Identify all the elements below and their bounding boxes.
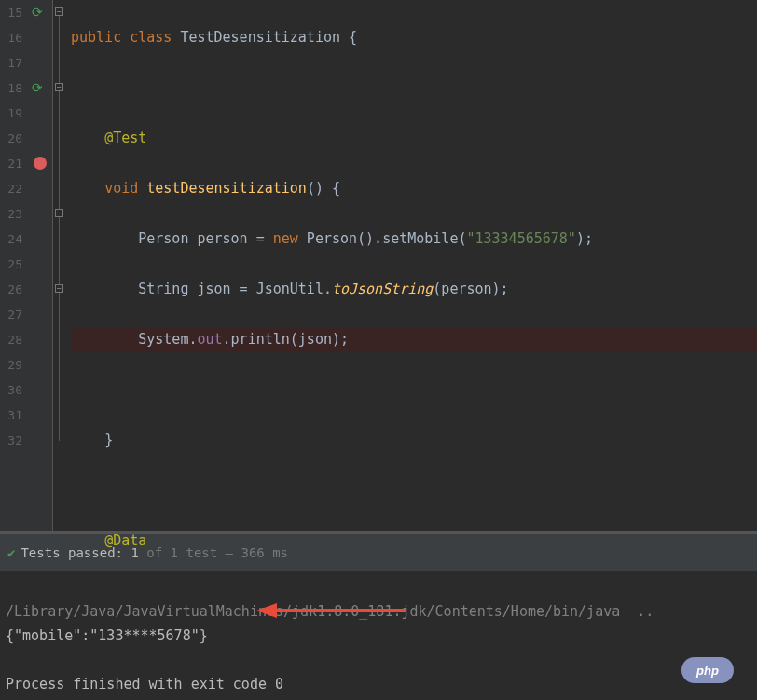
fold-toggle-icon[interactable]: − (55, 284, 63, 293)
exit-line: Process finished with exit code 0 (6, 676, 283, 693)
fold-toggle-icon[interactable]: − (55, 83, 63, 91)
stdout-line: {"mobile":"133****5678"} (6, 627, 208, 644)
breakpoint-icon[interactable] (34, 157, 47, 170)
gutter-icons: ⟳ ⟳ (28, 0, 52, 531)
fold-column: − − − − (52, 0, 65, 531)
line-number-gutter: 15 16 17 18 19 20 21 22 23 24 25 26 27 2… (0, 0, 28, 531)
run-test-method-icon[interactable]: ⟳ (32, 80, 43, 95)
svg-marker-1 (256, 603, 277, 618)
code-content[interactable]: public class TestDesensitization { @Test… (65, 0, 757, 531)
console-output[interactable]: /Library/Java/JavaVirtualMachines/jdk1.8… (0, 571, 757, 700)
check-icon: ✔ (7, 545, 15, 560)
fold-toggle-icon[interactable]: − (55, 7, 63, 16)
annotation-arrow-icon (256, 601, 406, 620)
fold-toggle-icon[interactable]: − (55, 209, 63, 217)
php-watermark: php (681, 657, 734, 683)
run-test-class-icon[interactable]: ⟳ (32, 5, 43, 20)
code-editor[interactable]: 15 16 17 18 19 20 21 22 23 24 25 26 27 2… (0, 0, 757, 531)
